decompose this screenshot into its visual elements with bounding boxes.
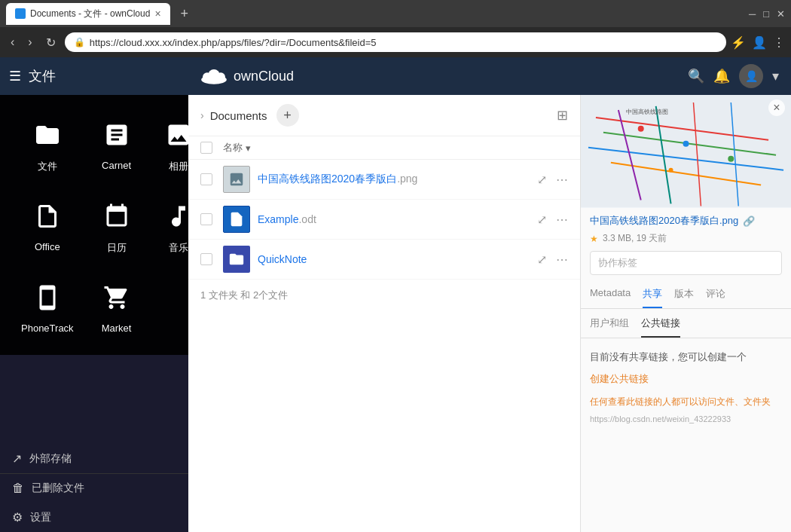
- svg-point-3: [216, 72, 225, 81]
- calendar-icon: [98, 197, 136, 235]
- user-avatar[interactable]: 👤: [739, 64, 763, 88]
- preview-filename-row: 中国高铁线路图2020春季版白.png 🔗: [581, 208, 791, 231]
- tab-versions[interactable]: 版本: [674, 287, 694, 308]
- owncloud-logo: ownCloud: [200, 65, 294, 87]
- preview-link-icon[interactable]: 🔗: [743, 216, 755, 227]
- url-text: https://cloud.xxx.xx/index.php/apps/file…: [90, 37, 377, 48]
- owncloud-brand-name: ownCloud: [234, 69, 294, 84]
- svg-text:中国高铁线路图: 中国高铁线路图: [626, 109, 668, 115]
- svg-point-15: [728, 156, 734, 162]
- photos-icon: [160, 116, 197, 154]
- create-public-link-btn[interactable]: 创建公共链接: [590, 373, 649, 384]
- extensions-icon[interactable]: ⚡: [731, 35, 746, 50]
- forward-btn[interactable]: ›: [23, 32, 36, 52]
- browser-tab[interactable]: Documents - 文件 - ownCloud ×: [6, 3, 170, 25]
- topbar-chevron-icon[interactable]: ▾: [772, 68, 779, 84]
- topbar-icons: 🔍 🔔 👤 ▾: [688, 64, 779, 88]
- view-toggle-btn[interactable]: ⊞: [557, 107, 568, 124]
- security-lock-icon: 🔒: [74, 37, 85, 47]
- folder-name-main: QuickNote: [258, 253, 307, 265]
- preview-meta-row: ★ 3.3 MB, 19 天前: [581, 231, 791, 251]
- file-count-text: 1 文件夹 和 2个文件: [200, 289, 288, 301]
- hamburger-menu-btn[interactable]: ☰: [9, 68, 21, 84]
- file-area: ownCloud 🔍 🔔 👤 ▾ › Documents + ⊞: [188, 57, 791, 532]
- profile-icon[interactable]: 👤: [752, 35, 767, 50]
- tab-comments[interactable]: 评论: [706, 287, 725, 308]
- add-file-btn[interactable]: +: [276, 104, 299, 127]
- share-tab-public-link[interactable]: 公共链接: [641, 316, 680, 338]
- browser-toolbar: ⚡ 👤 ⋮: [731, 35, 785, 50]
- tab-share[interactable]: 共享: [643, 287, 662, 308]
- app-item-calendar[interactable]: 日历: [92, 191, 142, 261]
- more-options-png[interactable]: ⋯: [556, 173, 568, 187]
- share-icon-png[interactable]: ⤢: [537, 173, 547, 187]
- col-name-label: 名称: [223, 141, 243, 154]
- odt-name-main: Example: [258, 213, 298, 225]
- share-icon-folder[interactable]: ⤢: [537, 252, 547, 267]
- notifications-icon[interactable]: 🔔: [713, 68, 730, 84]
- file-row-odt[interactable]: Example.odt ⤢ ⋯: [188, 200, 580, 240]
- svg-rect-4: [581, 95, 791, 207]
- url-bar[interactable]: 🔒 https://cloud.xxx.xx/index.php/apps/fi…: [65, 32, 726, 52]
- more-options-odt[interactable]: ⋯: [556, 212, 568, 227]
- sidebar-item-settings[interactable]: ⚙ 设置: [0, 503, 188, 532]
- png-thumbnail: [223, 166, 250, 193]
- png-name-ext: .png: [397, 173, 417, 185]
- breadcrumb-documents[interactable]: Documents: [210, 109, 267, 122]
- sidebar-item-trash[interactable]: 🗑 已删除文件: [0, 473, 188, 503]
- music-icon: [160, 197, 197, 235]
- preview-close-btn[interactable]: ×: [768, 99, 785, 116]
- app-item-files[interactable]: 文件: [15, 110, 80, 179]
- app-item-music[interactable]: 音乐: [154, 191, 203, 261]
- settings-label: 设置: [30, 511, 51, 524]
- refresh-btn[interactable]: ↻: [41, 32, 60, 53]
- browser-chrome: Documents - 文件 - ownCloud × + ─ □ ✕: [0, 0, 791, 27]
- minimize-btn[interactable]: ─: [749, 8, 756, 20]
- share-url-text: https://blog.csdn.net/weixin_43222933: [590, 414, 782, 423]
- sidebar: ☰ 文件 文件 Carnet 相册: [0, 57, 188, 532]
- preview-map-image: 中国高铁线路图: [581, 95, 791, 208]
- app-item-market[interactable]: Market: [92, 273, 142, 340]
- sidebar-files-title: 文件: [29, 67, 56, 85]
- back-btn[interactable]: ‹: [6, 32, 19, 52]
- svg-point-14: [683, 141, 689, 147]
- collab-tag-input[interactable]: 协作标签: [590, 251, 782, 275]
- app-item-photos[interactable]: 相册: [154, 110, 203, 179]
- share-tab-users[interactable]: 用户和组: [590, 316, 629, 338]
- sidebar-bottom-items: ↗ 外部存储 🗑 已删除文件 ⚙ 设置: [0, 444, 188, 532]
- menu-icon[interactable]: ⋮: [773, 35, 785, 50]
- app-label-photos: 相册: [169, 160, 188, 173]
- app-item-office[interactable]: Office: [15, 191, 80, 261]
- main-layout: ☰ 文件 文件 Carnet 相册: [0, 57, 791, 532]
- app-item-phonetrack[interactable]: PhoneTrack: [15, 273, 80, 340]
- file-row-png[interactable]: 中国高铁线路图2020春季版白.png ⤢ ⋯: [188, 160, 580, 200]
- phonetrack-icon: [29, 279, 66, 316]
- header-checkbox-col: [200, 142, 223, 154]
- owncloud-topbar: ownCloud 🔍 🔔 👤 ▾: [188, 57, 791, 95]
- app-item-carnet[interactable]: Carnet: [92, 110, 142, 179]
- tab-metadata[interactable]: Metadata: [590, 287, 631, 308]
- sort-icon: ▾: [246, 142, 251, 154]
- trash-label: 已删除文件: [32, 482, 84, 495]
- odt-name-ext: .odt: [298, 213, 316, 225]
- share-icon-odt[interactable]: ⤢: [537, 212, 547, 227]
- sidebar-item-external-storage[interactable]: ↗ 外部存储: [0, 444, 188, 473]
- close-window-btn[interactable]: ✕: [777, 8, 785, 20]
- file-row-folder[interactable]: QuickNote ⤢ ⋯: [188, 240, 580, 280]
- settings-icon: ⚙: [12, 510, 23, 524]
- header-name-col[interactable]: 名称 ▾: [223, 141, 568, 154]
- carnet-icon: [98, 116, 136, 154]
- maximize-btn[interactable]: □: [763, 8, 769, 20]
- address-bar: ‹ › ↻ 🔒 https://cloud.xxx.xx/index.php/a…: [0, 27, 791, 57]
- tab-close-btn[interactable]: ×: [154, 8, 160, 20]
- preview-image-container: 中国高铁线路图 ×: [581, 95, 791, 208]
- share-info-text: 任何查看此链接的人都可以访问文件、文件夹: [590, 395, 782, 408]
- more-options-folder[interactable]: ⋯: [556, 252, 568, 267]
- no-share-text: 目前没有共享链接，您可以创建一个: [590, 350, 782, 364]
- folder-filename: QuickNote: [258, 253, 508, 265]
- trash-icon: 🗑: [12, 482, 24, 495]
- search-icon[interactable]: 🔍: [688, 68, 704, 84]
- star-icon[interactable]: ★: [590, 234, 598, 244]
- new-tab-button[interactable]: +: [176, 5, 194, 23]
- row-check-folder: [200, 253, 223, 265]
